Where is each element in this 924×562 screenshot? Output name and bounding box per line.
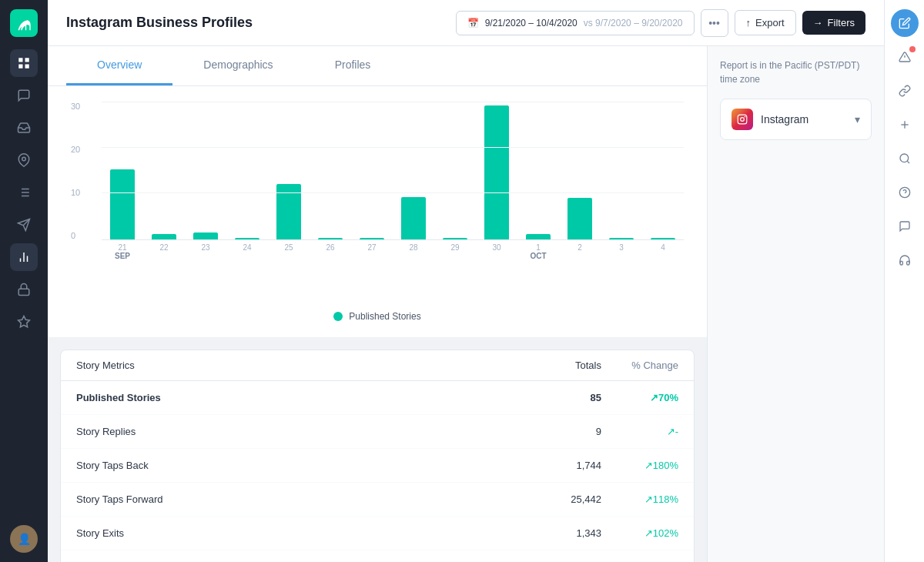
filter-icon: → [813, 17, 823, 28]
bar-group-oct1 [517, 102, 559, 239]
app-logo[interactable] [10, 9, 38, 37]
bar-group-25 [268, 102, 310, 239]
tab-profiles[interactable]: Profiles [304, 46, 402, 85]
x-label-30: 30 [476, 243, 517, 260]
svg-point-25 [900, 154, 909, 162]
x-label-oct4: 4 [642, 243, 684, 260]
x-label-oct2: 2 [559, 243, 601, 260]
y-label-10: 10 [71, 188, 80, 197]
link-button[interactable] [891, 77, 919, 105]
user-avatar[interactable]: 👤 [10, 525, 38, 553]
metrics-row-published-stories: Published Stories 85 ↗70% [61, 381, 694, 415]
sidebar-item-star[interactable] [10, 308, 38, 336]
date-range-text: 9/21/2020 – 10/4/2020 [485, 18, 578, 28]
bar-group-27 [351, 102, 393, 239]
chart-container: 30 20 10 0 [48, 86, 707, 337]
date-range-button[interactable]: 📅 9/21/2020 – 10/4/2020 vs 9/7/2020 – 9/… [456, 11, 695, 35]
bar-group-26 [310, 102, 351, 239]
tab-demographics[interactable]: Demographics [172, 46, 303, 85]
bar-23 [193, 232, 218, 239]
x-label-23: 23 [185, 243, 226, 260]
metric-name-published-stories: Published Stories [76, 392, 524, 403]
bar-22 [152, 234, 176, 239]
metrics-table: Story Metrics Totals % Change Published … [60, 350, 695, 562]
sidebar-item-send[interactable] [10, 211, 38, 239]
export-button[interactable]: ↑ Export [735, 10, 796, 35]
export-icon: ↑ [746, 17, 752, 28]
metric-change-published-stories: ↗70% [601, 392, 678, 403]
metric-total-story-replies: 9 [524, 426, 601, 437]
sidebar-item-pin[interactable] [10, 146, 38, 174]
help-button[interactable] [891, 179, 919, 206]
bar-group-23 [185, 102, 226, 239]
col-header-change: % Change [601, 360, 678, 371]
bar-group-24 [226, 102, 268, 239]
metric-total-story-exits: 1,343 [524, 527, 601, 539]
content-area: Overview Demographics Profiles 30 20 10 … [48, 46, 884, 562]
sidebar-bottom: 👤 [10, 525, 38, 553]
tabs-bar: Overview Demographics Profiles [48, 46, 707, 86]
calendar-icon: 📅 [467, 18, 479, 28]
y-label-20: 20 [71, 145, 80, 154]
metric-change-story-taps-forward: ↗118% [601, 493, 678, 505]
metric-change-story-replies: ↗- [601, 426, 678, 437]
metrics-row-story-taps-back: Story Taps Back 1,744 ↗180% [61, 449, 694, 483]
metrics-row-story-replies: Story Replies 9 ↗- [61, 415, 694, 449]
bar-group-28 [393, 102, 434, 239]
instagram-filter[interactable]: Instagram ▾ [720, 99, 872, 140]
bar-chart: 30 20 10 0 [71, 102, 684, 302]
sidebar-item-messages[interactable] [10, 82, 38, 109]
bar-group-30 [476, 102, 517, 239]
x-label-oct3: 3 [601, 243, 642, 260]
x-label-22: 22 [143, 243, 185, 260]
more-options-button[interactable]: ••• [701, 9, 728, 37]
tab-overview[interactable]: Overview [66, 46, 172, 85]
bar-oct1 [526, 234, 551, 239]
compose-button[interactable] [891, 9, 919, 37]
sidebar-item-dashboard[interactable] [10, 49, 38, 77]
instagram-filter-left: Instagram [732, 109, 808, 130]
x-label-oct1: 1OCT [517, 243, 559, 260]
bar-oct2 [567, 198, 592, 239]
svg-rect-2 [18, 65, 22, 69]
metric-total-published-stories: 85 [524, 392, 601, 403]
sidebar-item-inbox[interactable] [10, 114, 38, 142]
chat-button[interactable] [891, 212, 919, 240]
svg-point-20 [745, 116, 746, 118]
sidebar-item-list[interactable] [10, 179, 38, 206]
chevron-down-icon: ▾ [855, 113, 860, 125]
search-button[interactable] [891, 145, 919, 172]
sidebar-item-bot[interactable] [10, 276, 38, 303]
instagram-label: Instagram [761, 113, 808, 125]
metric-name-story-taps-forward: Story Taps Forward [76, 493, 524, 505]
bar-28 [401, 197, 426, 239]
x-label-21: 21SEP [102, 243, 143, 260]
instagram-icon [732, 109, 753, 130]
svg-point-4 [22, 157, 26, 161]
ellipsis-icon: ••• [708, 17, 720, 29]
add-button[interactable] [891, 111, 919, 139]
svg-marker-17 [18, 316, 30, 327]
sidebar-item-analytics[interactable] [10, 243, 38, 271]
alert-badge [909, 46, 916, 52]
main-area: Instagram Business Profiles 📅 9/21/2020 … [48, 0, 884, 562]
y-label-0: 0 [71, 231, 80, 240]
bar-24 [235, 238, 259, 239]
filters-button[interactable]: → Filters [802, 11, 865, 35]
svg-rect-1 [25, 58, 29, 62]
x-label-29: 29 [434, 243, 476, 260]
y-label-30: 30 [71, 102, 80, 111]
left-sidebar: 👤 [0, 0, 48, 562]
alert-button[interactable] [891, 43, 919, 71]
bar-29 [443, 238, 467, 239]
headset-button[interactable] [891, 246, 919, 274]
center-panel: Overview Demographics Profiles 30 20 10 … [48, 46, 707, 562]
page-title: Instagram Business Profiles [66, 15, 253, 31]
x-label-25: 25 [268, 243, 310, 260]
legend-label: Published Stories [349, 311, 420, 322]
bar-group-21 [102, 102, 143, 239]
col-header-name: Story Metrics [76, 360, 524, 371]
bar-oct4 [651, 238, 675, 239]
chart-legend: Published Stories [71, 311, 684, 322]
x-label-24: 24 [226, 243, 268, 260]
